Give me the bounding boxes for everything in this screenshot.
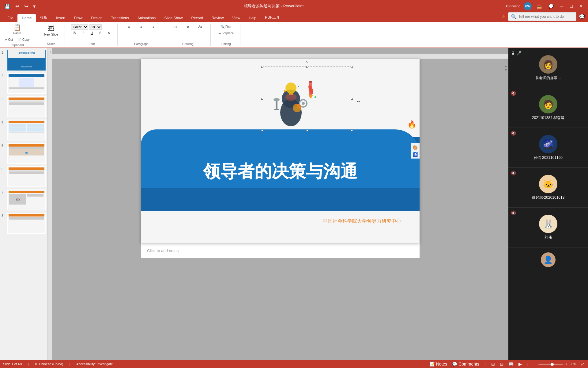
maximize-button[interactable]: □: [568, 3, 575, 9]
slide-thumb-5[interactable]: 5 👥: [2, 143, 46, 164]
tab-draw[interactable]: Draw: [70, 14, 87, 22]
font-family-select[interactable]: Calibri: [71, 24, 88, 30]
redo-button[interactable]: ↪: [23, 3, 29, 9]
tab-help[interactable]: Help: [244, 14, 261, 22]
participant-avatar-5: 🐰: [539, 215, 557, 233]
slideshow-view-button[interactable]: ▶: [518, 361, 522, 367]
replace-button[interactable]: ↔ Replace: [217, 31, 236, 36]
zoom-out-button[interactable]: −: [533, 361, 537, 367]
align-right-button[interactable]: ≡: [148, 24, 159, 29]
participant-card-4[interactable]: 🐱 颜起斌-2020101613 🔇: [508, 168, 588, 208]
notes-button[interactable]: 📝 Notes: [429, 361, 448, 367]
normal-view-button[interactable]: ⊞: [491, 361, 496, 367]
font-size-select[interactable]: 18: [89, 24, 102, 30]
user-avatar[interactable]: KW: [524, 2, 532, 10]
close-button[interactable]: ✕: [578, 3, 585, 9]
new-slide-button[interactable]: 🖼 New Slide: [42, 24, 60, 37]
scroll-down-button[interactable]: ▼: [504, 68, 507, 72]
search-input[interactable]: [518, 14, 574, 19]
tab-design[interactable]: Design: [87, 14, 107, 22]
slide-area-wrapper: ▾: [47, 48, 508, 360]
bold-button[interactable]: B: [71, 30, 78, 36]
slide-image-6[interactable]: [7, 166, 46, 187]
slide-thumb-7[interactable]: 7 🤖: [2, 190, 46, 210]
search-box[interactable]: 🔍: [508, 12, 576, 21]
tab-view[interactable]: View: [228, 14, 244, 22]
illustration-svg: [263, 73, 325, 134]
slide-thumb-4[interactable]: 4: [2, 120, 46, 140]
arrange-button[interactable]: ⧉: [183, 24, 194, 30]
zoom-slider-thumb[interactable]: [551, 363, 554, 366]
slide-thumb-1[interactable]: 1 领导者的决策与沟通 中国社会科学院大学: [2, 50, 46, 71]
new-slide-icon: 🖼: [48, 25, 54, 32]
slide-thumb-2[interactable]: 2: [2, 73, 46, 94]
tab-pdf[interactable]: PDF工具: [261, 13, 284, 22]
tab-record[interactable]: Record: [187, 14, 207, 22]
participant-avatar-3: 🌌: [539, 135, 557, 153]
minimize-button[interactable]: ─: [559, 3, 565, 9]
slide-thumb-6[interactable]: 6: [2, 166, 46, 187]
slide-image-3[interactable]: [7, 96, 46, 117]
copy-button[interactable]: 📄 Copy: [16, 37, 31, 42]
participant-controls-4: 🔇: [511, 170, 516, 176]
tab-review[interactable]: Review: [207, 14, 228, 22]
undo-button[interactable]: ↩: [14, 3, 21, 9]
participant-card-6[interactable]: 👤: [508, 247, 588, 272]
find-button[interactable]: 🔍 Find: [219, 24, 233, 29]
shadow-button[interactable]: A: [105, 30, 113, 36]
reading-view-button[interactable]: 📖: [508, 361, 514, 367]
participant-card-2[interactable]: 🧑 2021101384 郝森啸 🔇: [508, 88, 588, 128]
slide-thumb-3[interactable]: 3: [2, 96, 46, 117]
participant-avatar-2: 🧑: [539, 95, 557, 113]
ribbon-group-slides: 🖼 New Slide Slides: [42, 24, 65, 46]
participant-card-5[interactable]: 🐰 刘伟 🔇: [508, 208, 588, 247]
zoom-slider[interactable]: [538, 364, 563, 365]
customize-button[interactable]: ▾: [32, 3, 37, 9]
quick-styles-button[interactable]: Aa: [195, 24, 206, 30]
italic-button[interactable]: I: [80, 30, 87, 36]
ribbon-group-paragraph: ≡ ≡ ≡ Paragraph: [124, 24, 164, 46]
tab-insert[interactable]: Insert: [52, 14, 70, 22]
fit-to-window-button[interactable]: ⤢: [580, 361, 585, 367]
slide-image-1[interactable]: 领导者的决策与沟通 中国社会科学院大学: [7, 50, 46, 71]
slide-thumb-8[interactable]: 8: [2, 213, 46, 234]
comments-button[interactable]: 💬 Comments: [451, 361, 480, 367]
mic-active-icon: 🎤: [516, 51, 522, 56]
svg-point-16: [285, 94, 296, 101]
save-button[interactable]: 💾: [3, 3, 12, 9]
tab-slideshow[interactable]: Slide Show: [160, 14, 187, 22]
designer-button[interactable]: 🎨: [412, 144, 418, 151]
comments-top-button[interactable]: 💬: [547, 3, 556, 9]
scroll-up-button[interactable]: ▲: [504, 64, 507, 68]
tab-home[interactable]: Home: [17, 14, 36, 22]
cut-button[interactable]: ✂ Cut: [3, 37, 15, 42]
strikethrough-button[interactable]: S: [97, 30, 104, 36]
slide-subtitle[interactable]: 中国社会科学院大学领导力研究中心: [323, 218, 401, 224]
slide-image-7[interactable]: 🤖: [7, 190, 46, 210]
title-bar-right: kun weng KW 📤 💬 ─ □ ✕: [506, 2, 585, 10]
zoom-in-button[interactable]: +: [564, 361, 568, 367]
accessibility-status[interactable]: Accessibility: Investigate: [76, 362, 113, 366]
slide-image-2[interactable]: [7, 73, 46, 94]
comments-ribbon-button[interactable]: 💬: [579, 14, 585, 20]
align-center-button[interactable]: ≡: [136, 24, 147, 29]
participant-card-1[interactable]: 👩 翁老师的屏幕… 🖥 🎤: [508, 48, 588, 88]
slide-sorter-button[interactable]: ⊟: [499, 361, 504, 367]
underline-button[interactable]: U: [88, 30, 96, 36]
tab-file[interactable]: File: [3, 14, 17, 22]
participant-card-3[interactable]: 🌌 孙怡 2021101160 🔇: [508, 128, 588, 168]
tab-transitions[interactable]: Transitions: [107, 14, 133, 22]
align-left-button[interactable]: ≡: [124, 24, 135, 29]
paste-button[interactable]: 📋 Paste: [11, 23, 23, 36]
share-button[interactable]: 📤: [535, 3, 544, 9]
slide-image-5[interactable]: 👥: [7, 143, 46, 164]
tab-animations[interactable]: Animations: [133, 14, 160, 22]
slide-image-4[interactable]: [7, 120, 46, 140]
notes-area[interactable]: Click to add notes: [141, 243, 420, 258]
slide-title[interactable]: 领导者的决策与沟通: [156, 160, 404, 183]
accessibility-button[interactable]: ♿: [412, 151, 418, 157]
tab-template[interactable]: 模板: [36, 13, 52, 22]
slide-image-8[interactable]: [7, 213, 46, 234]
shape-button[interactable]: □: [170, 24, 181, 30]
slide-canvas[interactable]: 领导者的决策与沟通 中国社会科学院大学领导力研究中心: [141, 59, 420, 243]
